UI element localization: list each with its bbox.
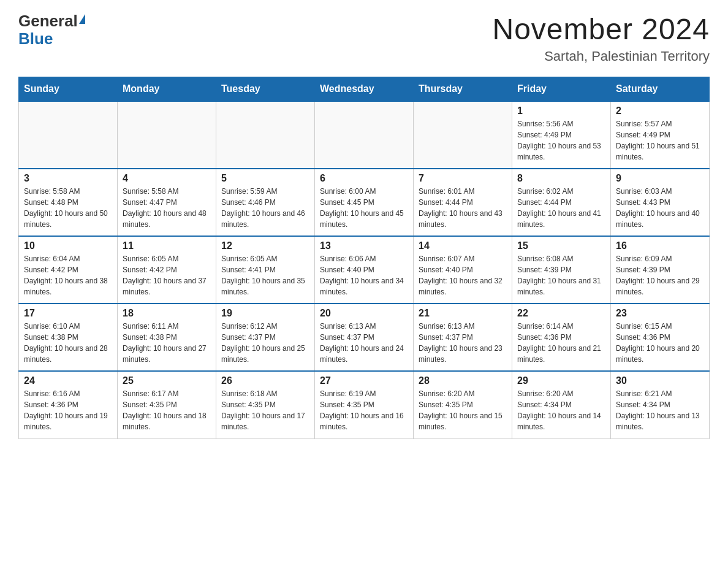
- logo-general: General: [18, 12, 78, 30]
- day-cell: 7Sunrise: 6:01 AMSunset: 4:44 PMDaylight…: [414, 169, 512, 236]
- week-row-5: 24Sunrise: 6:16 AMSunset: 4:36 PMDayligh…: [19, 371, 710, 439]
- day-info: Sunrise: 6:08 AMSunset: 4:39 PMDaylight:…: [517, 253, 605, 297]
- day-number: 17: [24, 308, 112, 319]
- day-info: Sunrise: 6:12 AMSunset: 4:37 PMDaylight:…: [221, 321, 309, 365]
- day-number: 4: [123, 173, 211, 184]
- day-number: 30: [616, 375, 704, 386]
- day-cell: 6Sunrise: 6:00 AMSunset: 4:45 PMDaylight…: [315, 169, 414, 236]
- day-cell: [414, 101, 512, 169]
- logo: General Blue: [18, 12, 85, 47]
- day-number: 10: [24, 240, 112, 251]
- day-info: Sunrise: 6:04 AMSunset: 4:42 PMDaylight:…: [24, 253, 112, 297]
- day-info: Sunrise: 6:19 AMSunset: 4:35 PMDaylight:…: [320, 388, 408, 432]
- day-cell: 10Sunrise: 6:04 AMSunset: 4:42 PMDayligh…: [19, 236, 118, 304]
- day-cell: 15Sunrise: 6:08 AMSunset: 4:39 PMDayligh…: [512, 236, 611, 304]
- day-cell: 12Sunrise: 6:05 AMSunset: 4:41 PMDayligh…: [216, 236, 315, 304]
- day-number: 18: [123, 308, 211, 319]
- day-number: 24: [24, 375, 112, 386]
- week-row-4: 17Sunrise: 6:10 AMSunset: 4:38 PMDayligh…: [19, 304, 710, 371]
- day-info: Sunrise: 5:59 AMSunset: 4:46 PMDaylight:…: [221, 186, 309, 230]
- day-cell: 23Sunrise: 6:15 AMSunset: 4:36 PMDayligh…: [611, 304, 710, 371]
- calendar-subtitle: Sartah, Palestinian Territory: [492, 48, 710, 64]
- day-number: 3: [24, 173, 112, 184]
- day-number: 22: [517, 308, 605, 319]
- day-info: Sunrise: 6:03 AMSunset: 4:43 PMDaylight:…: [616, 186, 704, 230]
- header-row: SundayMondayTuesdayWednesdayThursdayFrid…: [19, 77, 710, 102]
- day-info: Sunrise: 6:05 AMSunset: 4:42 PMDaylight:…: [123, 253, 211, 297]
- day-cell: 16Sunrise: 6:09 AMSunset: 4:39 PMDayligh…: [611, 236, 710, 304]
- day-number: 8: [517, 173, 605, 184]
- header-cell-monday: Monday: [118, 77, 216, 102]
- week-row-2: 3Sunrise: 5:58 AMSunset: 4:48 PMDaylight…: [19, 169, 710, 236]
- day-cell: 22Sunrise: 6:14 AMSunset: 4:36 PMDayligh…: [512, 304, 611, 371]
- day-info: Sunrise: 6:13 AMSunset: 4:37 PMDaylight:…: [320, 321, 408, 365]
- day-info: Sunrise: 6:20 AMSunset: 4:34 PMDaylight:…: [517, 388, 605, 432]
- day-cell: 24Sunrise: 6:16 AMSunset: 4:36 PMDayligh…: [19, 371, 118, 439]
- header-cell-wednesday: Wednesday: [315, 77, 414, 102]
- day-info: Sunrise: 6:11 AMSunset: 4:38 PMDaylight:…: [123, 321, 211, 365]
- day-number: 29: [517, 375, 605, 386]
- day-number: 27: [320, 375, 408, 386]
- day-number: 7: [419, 173, 507, 184]
- day-info: Sunrise: 6:16 AMSunset: 4:36 PMDaylight:…: [24, 388, 112, 432]
- day-number: 16: [616, 240, 704, 251]
- day-cell: 13Sunrise: 6:06 AMSunset: 4:40 PMDayligh…: [315, 236, 414, 304]
- day-cell: [118, 101, 216, 169]
- day-cell: [315, 101, 414, 169]
- day-number: 26: [221, 375, 309, 386]
- day-info: Sunrise: 6:05 AMSunset: 4:41 PMDaylight:…: [221, 253, 309, 297]
- day-cell: 9Sunrise: 6:03 AMSunset: 4:43 PMDaylight…: [611, 169, 710, 236]
- day-number: 6: [320, 173, 408, 184]
- day-info: Sunrise: 6:15 AMSunset: 4:36 PMDaylight:…: [616, 321, 704, 365]
- day-cell: 3Sunrise: 5:58 AMSunset: 4:48 PMDaylight…: [19, 169, 118, 236]
- day-cell: 27Sunrise: 6:19 AMSunset: 4:35 PMDayligh…: [315, 371, 414, 439]
- day-info: Sunrise: 6:02 AMSunset: 4:44 PMDaylight:…: [517, 186, 605, 230]
- header-cell-saturday: Saturday: [611, 77, 710, 102]
- day-info: Sunrise: 6:20 AMSunset: 4:35 PMDaylight:…: [419, 388, 507, 432]
- title-area: November 2024 Sartah, Palestinian Territ…: [492, 12, 710, 64]
- day-info: Sunrise: 5:58 AMSunset: 4:48 PMDaylight:…: [24, 186, 112, 230]
- day-number: 20: [320, 308, 408, 319]
- calendar-title: November 2024: [492, 12, 710, 46]
- day-cell: 30Sunrise: 6:21 AMSunset: 4:34 PMDayligh…: [611, 371, 710, 439]
- day-info: Sunrise: 6:17 AMSunset: 4:35 PMDaylight:…: [123, 388, 211, 432]
- day-number: 5: [221, 173, 309, 184]
- day-cell: 21Sunrise: 6:13 AMSunset: 4:37 PMDayligh…: [414, 304, 512, 371]
- day-cell: 1Sunrise: 5:56 AMSunset: 4:49 PMDaylight…: [512, 101, 611, 169]
- logo-triangle-icon: [79, 14, 85, 24]
- day-number: 13: [320, 240, 408, 251]
- header-cell-tuesday: Tuesday: [216, 77, 315, 102]
- day-cell: [19, 101, 118, 169]
- day-cell: 5Sunrise: 5:59 AMSunset: 4:46 PMDaylight…: [216, 169, 315, 236]
- day-info: Sunrise: 6:21 AMSunset: 4:34 PMDaylight:…: [616, 388, 704, 432]
- day-info: Sunrise: 6:18 AMSunset: 4:35 PMDaylight:…: [221, 388, 309, 432]
- day-number: 25: [123, 375, 211, 386]
- day-number: 28: [419, 375, 507, 386]
- day-number: 11: [123, 240, 211, 251]
- day-info: Sunrise: 6:01 AMSunset: 4:44 PMDaylight:…: [419, 186, 507, 230]
- day-cell: 26Sunrise: 6:18 AMSunset: 4:35 PMDayligh…: [216, 371, 315, 439]
- day-info: Sunrise: 6:06 AMSunset: 4:40 PMDaylight:…: [320, 253, 408, 297]
- day-cell: 2Sunrise: 5:57 AMSunset: 4:49 PMDaylight…: [611, 101, 710, 169]
- day-number: 9: [616, 173, 704, 184]
- day-number: 15: [517, 240, 605, 251]
- day-number: 12: [221, 240, 309, 251]
- day-number: 1: [517, 105, 605, 117]
- day-info: Sunrise: 6:10 AMSunset: 4:38 PMDaylight:…: [24, 321, 112, 365]
- day-cell: 29Sunrise: 6:20 AMSunset: 4:34 PMDayligh…: [512, 371, 611, 439]
- day-info: Sunrise: 6:14 AMSunset: 4:36 PMDaylight:…: [517, 321, 605, 365]
- day-info: Sunrise: 5:58 AMSunset: 4:47 PMDaylight:…: [123, 186, 211, 230]
- header-cell-sunday: Sunday: [19, 77, 118, 102]
- logo-blue: Blue: [18, 29, 53, 48]
- week-row-3: 10Sunrise: 6:04 AMSunset: 4:42 PMDayligh…: [19, 236, 710, 304]
- day-cell: 18Sunrise: 6:11 AMSunset: 4:38 PMDayligh…: [118, 304, 216, 371]
- day-info: Sunrise: 6:07 AMSunset: 4:40 PMDaylight:…: [419, 253, 507, 297]
- day-cell: 8Sunrise: 6:02 AMSunset: 4:44 PMDaylight…: [512, 169, 611, 236]
- day-number: 21: [419, 308, 507, 319]
- day-cell: 20Sunrise: 6:13 AMSunset: 4:37 PMDayligh…: [315, 304, 414, 371]
- day-info: Sunrise: 6:13 AMSunset: 4:37 PMDaylight:…: [419, 321, 507, 365]
- day-cell: 19Sunrise: 6:12 AMSunset: 4:37 PMDayligh…: [216, 304, 315, 371]
- day-number: 14: [419, 240, 507, 251]
- day-info: Sunrise: 6:09 AMSunset: 4:39 PMDaylight:…: [616, 253, 704, 297]
- day-info: Sunrise: 5:57 AMSunset: 4:49 PMDaylight:…: [616, 118, 704, 163]
